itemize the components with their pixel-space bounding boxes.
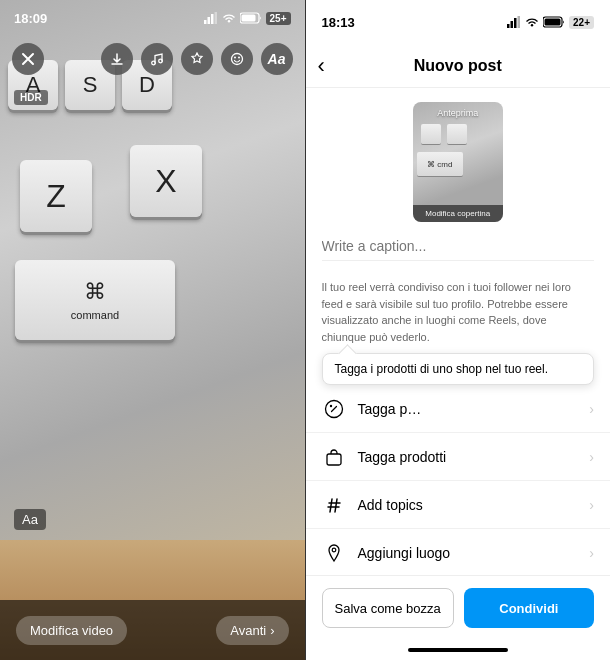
menu-item-add-topics[interactable]: Add topics › <box>306 481 611 529</box>
effects-button[interactable] <box>181 43 213 75</box>
download-button[interactable] <box>101 43 133 75</box>
time-left: 18:09 <box>14 11 47 26</box>
caption-input[interactable] <box>322 232 595 261</box>
aa-overlay: Aa <box>14 509 46 530</box>
thumbnail-anteprima-label: Anteprima <box>413 108 503 118</box>
tooltip-container: Tagga i prodotti di uno shop nel tuo ree… <box>322 353 595 385</box>
signal-icon-right <box>507 16 521 28</box>
svg-point-7 <box>158 59 162 63</box>
pin-icon <box>322 541 346 565</box>
add-topics-label: Add topics <box>358 497 590 513</box>
bag-icon <box>322 445 346 469</box>
toolbar-icons: Aa <box>101 43 293 75</box>
key-command: ⌘ command <box>15 260 175 340</box>
avanti-label: Avanti <box>230 623 266 638</box>
svg-rect-12 <box>511 21 514 28</box>
svg-rect-3 <box>214 12 217 24</box>
nav-bar: ‹ Nuovo post <box>306 44 611 88</box>
close-icon <box>21 52 35 66</box>
svg-point-20 <box>332 548 336 552</box>
tooltip-bubble: Tagga i prodotti di uno shop nel tuo ree… <box>322 353 595 385</box>
svg-point-18 <box>329 404 331 406</box>
thumbnail-section: ⌘ cmd Anteprima Modifica copertina <box>306 88 611 232</box>
battery-icon-left <box>240 12 262 24</box>
aggiungi-luogo-chevron: › <box>589 545 594 561</box>
music-button[interactable] <box>141 43 173 75</box>
svg-rect-14 <box>518 16 521 28</box>
info-text: Il tuo reel verrà condiviso con i tuoi f… <box>306 271 611 353</box>
sticker-button[interactable] <box>221 43 253 75</box>
share-button[interactable]: Condividi <box>464 588 594 628</box>
svg-rect-13 <box>514 18 517 28</box>
save-draft-button[interactable]: Salva come bozza <box>322 588 454 628</box>
svg-rect-0 <box>204 20 207 24</box>
tagga-prodotti-label: Tagga prodotti <box>358 449 590 465</box>
hdr-badge: HDR <box>14 90 48 105</box>
key-z: Z <box>20 160 92 232</box>
right-panel: 18:13 22+ ‹ Nuovo post <box>306 0 611 660</box>
home-indicator <box>306 640 611 660</box>
thumbnail-image: ⌘ cmd <box>413 102 503 222</box>
menu-item-tagga-p[interactable]: Tagga p… › <box>306 385 611 433</box>
effects-icon <box>190 52 204 66</box>
battery-icon-right <box>543 16 565 28</box>
status-bar-left: 18:09 25+ <box>0 0 305 36</box>
tagga-p-label: Tagga p… <box>358 401 590 417</box>
menu-item-tagga-prodotti[interactable]: Tagga prodotti › <box>306 433 611 481</box>
svg-rect-1 <box>207 17 210 24</box>
page-title: Nuovo post <box>414 57 502 75</box>
svg-rect-11 <box>507 24 510 28</box>
time-right: 18:13 <box>322 15 355 30</box>
svg-rect-19 <box>327 454 341 465</box>
thumbnail-modify-label[interactable]: Modifica copertina <box>413 205 503 222</box>
key-x: X <box>130 145 202 217</box>
home-bar <box>408 648 508 652</box>
status-icons-right: 22+ <box>507 16 594 29</box>
status-icons-left: 25+ <box>204 12 291 25</box>
status-bar-right: 18:13 22+ <box>306 0 611 44</box>
menu-item-aggiungi-luogo[interactable]: Aggiungi luogo › <box>306 529 611 575</box>
bottom-buttons: Salva come bozza Condividi <box>306 575 611 640</box>
aggiungi-luogo-label: Aggiungi luogo <box>358 545 590 561</box>
back-button[interactable]: ‹ <box>318 53 325 79</box>
tag-icon <box>322 397 346 421</box>
avanti-chevron: › <box>270 623 274 638</box>
thumb-key-z <box>421 124 441 144</box>
sticker-icon <box>230 52 244 66</box>
svg-point-8 <box>231 54 242 65</box>
menu-list: Tagga p… › Tagga prodotti › Add topics › <box>306 385 611 575</box>
svg-point-6 <box>151 61 155 65</box>
svg-point-9 <box>234 57 236 59</box>
svg-point-10 <box>238 57 240 59</box>
hash-icon <box>322 493 346 517</box>
download-icon <box>110 52 124 66</box>
caption-area <box>306 232 611 271</box>
modify-video-button[interactable]: Modifica video <box>16 616 127 645</box>
thumbnail-wrapper[interactable]: ⌘ cmd Anteprima Modifica copertina <box>413 102 503 222</box>
thumb-key-cmd: ⌘ cmd <box>417 152 463 176</box>
left-panel: A S D Z X ⌘ command 18:09 <box>0 0 305 660</box>
tagga-prodotti-chevron: › <box>589 449 594 465</box>
svg-rect-16 <box>545 19 561 26</box>
tooltip-text: Tagga i prodotti di uno shop nel tuo ree… <box>335 362 548 376</box>
wifi-icon-right <box>525 17 539 28</box>
text-button[interactable]: Aa <box>261 43 293 75</box>
svg-rect-2 <box>211 14 214 24</box>
wifi-icon-left <box>222 13 236 24</box>
signal-icon <box>204 12 218 24</box>
svg-rect-5 <box>241 15 255 22</box>
close-button[interactable] <box>12 43 44 75</box>
music-icon <box>150 52 164 66</box>
bottom-controls: Modifica video Avanti › <box>0 600 305 660</box>
add-topics-chevron: › <box>589 497 594 513</box>
top-toolbar: Aa <box>0 36 305 82</box>
avanti-button[interactable]: Avanti › <box>216 616 288 645</box>
thumb-key-x <box>447 124 467 144</box>
tagga-p-chevron: › <box>589 401 594 417</box>
